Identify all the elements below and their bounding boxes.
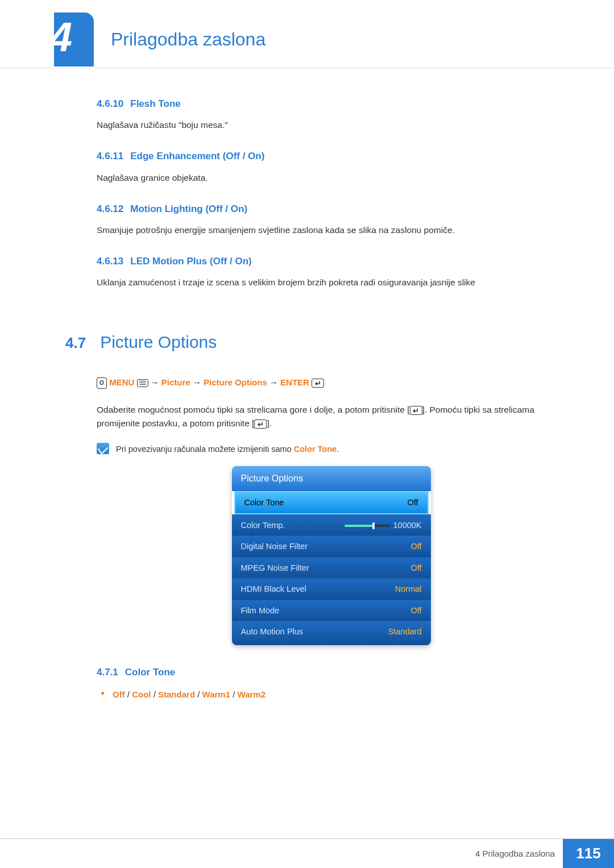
footer-chapter-ref: 4 Prilagodba zaslona [475,849,555,858]
subsection-body: Uklanja zamućenost i trzaje iz scena s v… [97,276,566,289]
subsection-4-6-12: 4.6.12Motion Lighting (Off / On) Smanjuj… [97,202,566,237]
subsection-heading: 4.6.12Motion Lighting (Off / On) [97,202,566,217]
osd-row-label: MPEG Noise Filter [241,562,309,574]
subsection-heading: 4.6.10Flesh Tone [97,97,566,111]
chapter-number: 4 [49,14,72,60]
osd-row-auto-motion-plus[interactable]: Auto Motion Plus Standard [232,621,431,645]
chapter-title: Prilagodba zaslona [111,29,265,50]
osd-row-label: HDMI Black Level [241,583,306,595]
osd-row-film-mode[interactable]: Film Mode Off [232,600,431,621]
note-icon [97,443,109,454]
chapter-header: 4 Prilagodba zaslona [0,0,614,68]
osd-row-label: Film Mode [241,604,280,617]
menu-navigation-path: O MENU → Picture → Picture Options → ENT… [97,376,566,389]
osd-row-color-tone[interactable]: Color Tone Off [234,491,429,514]
osd-row-value: Off [410,604,421,617]
subsection-heading: 4.6.11Edge Enhancement (Off / On) [97,149,566,164]
subsection-body: Naglašava granice objekata. [97,171,566,185]
page-number: 115 [563,839,614,868]
osd-picture-options-panel: Picture Options Color Tone Off Color Tem… [232,466,431,645]
enter-icon [312,379,324,388]
remote-icon: O [97,377,107,389]
slider-icon [345,525,390,527]
osd-row-label: Digital Noise Filter [241,540,308,553]
subsection-4-7-1: 4.7.1Color Tone Off / Cool / Standard / … [97,665,566,701]
section-number: 4.7 [65,331,86,354]
enter-icon [410,406,422,415]
instruction-paragraph: Odaberite mogućnost pomoću tipki sa stre… [97,403,566,430]
page-footer: 4 Prilagodba zaslona 115 [0,838,614,868]
section-title: Picture Options [100,329,217,356]
chapter-number-badge: 4 [54,13,94,67]
osd-row-label: Auto Motion Plus [241,625,304,638]
osd-row-label: Color Tone [244,496,284,509]
osd-row-value: Off [410,540,421,553]
subsection-heading: 4.7.1Color Tone [97,665,566,680]
subsection-4-6-11: 4.6.11Edge Enhancement (Off / On) Naglaš… [97,149,566,184]
option-list: Off / Cool / Standard / Warm1 / Warm2 [97,688,566,701]
subsection-4-6-13: 4.6.13LED Motion Plus (Off / On) Uklanja… [97,254,566,289]
osd-row-value: 10000K [345,519,422,531]
subsection-4-6-10: 4.6.10Flesh Tone Naglašava ružičastu "bo… [97,97,566,132]
osd-row-value: Normal [395,583,422,595]
osd-row-mpeg-noise-filter[interactable]: MPEG Noise Filter Off [232,557,431,578]
enter-label: ENTER [280,377,309,387]
subsection-heading: 4.6.13LED Motion Plus (Off / On) [97,254,566,269]
osd-row-label: Color Temp. [241,519,285,531]
note: Pri povezivanju računala možete izmijeni… [97,443,566,455]
osd-title: Picture Options [232,466,431,492]
page-content: 4.6.10Flesh Tone Naglašava ružičastu "bo… [0,68,614,701]
menu-icon [137,379,148,387]
osd-row-digital-noise-filter[interactable]: Digital Noise Filter Off [232,535,431,556]
section-4-7-heading: 4.7 Picture Options [65,329,566,356]
osd-row-hdmi-black-level[interactable]: HDMI Black Level Normal [232,578,431,599]
osd-row-value: Off [410,562,421,574]
subsection-body: Naglašava ružičastu "boju mesa." [97,118,566,132]
osd-row-value: Off [407,496,418,509]
enter-icon [254,420,267,429]
subsection-body: Smanjuje potrošnju energije smanjenjem s… [97,223,566,237]
osd-row-color-temp[interactable]: Color Temp. 10000K [232,514,431,535]
note-text: Pri povezivanju računala možete izmijeni… [116,443,339,455]
menu-label: MENU [109,377,134,387]
osd-row-value: Standard [388,625,422,638]
